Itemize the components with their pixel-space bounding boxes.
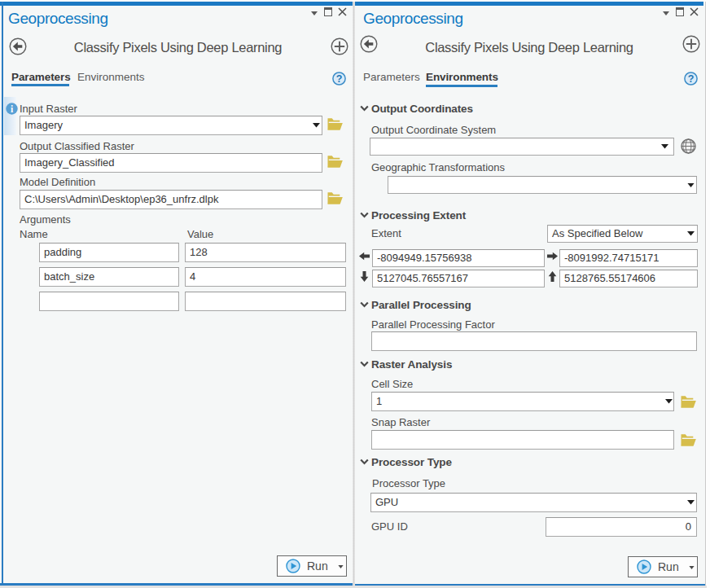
svg-text:?: ? xyxy=(336,73,343,85)
svg-text:?: ? xyxy=(688,73,695,85)
